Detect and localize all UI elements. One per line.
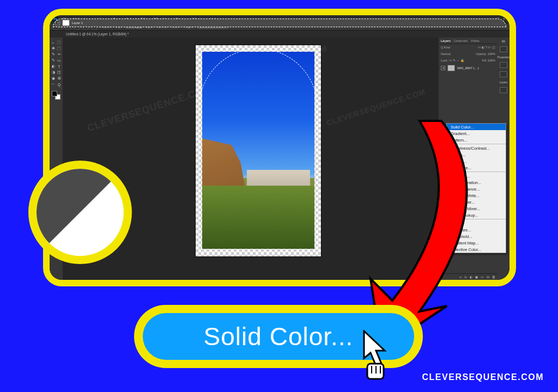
visibility-toggle-icon[interactable]: 👁 [56,21,60,25]
properties-panel-icon[interactable] [500,46,507,52]
fill-label: Fill: [482,59,487,62]
move-tool-icon[interactable]: ↔ [51,40,56,45]
menu-item-selective-color[interactable]: Selective Color... [447,246,506,253]
tab-paths[interactable]: Paths [471,39,479,42]
frame-tool-icon[interactable]: ✂ [57,52,62,57]
menu-item-exposure[interactable]: Exposure... [447,164,506,171]
link-layers-icon[interactable]: ∞ [459,275,462,279]
panel-icon[interactable]: 85 [502,40,506,43]
fill-layer-context-menu: Solid Color... Gradient... Pattern... Br… [446,123,506,253]
delete-layer-icon[interactable]: 🗑 [492,275,495,279]
layers-panel-footer: ∞ fx ◐ ◼ ▭ ⊞ 🗑 [439,273,498,280]
crop-tool-icon[interactable]: ✎ [51,52,56,57]
foreground-color-icon[interactable] [52,91,57,96]
type-tool-icon[interactable]: T [57,64,62,69]
menu-item-pattern[interactable]: Pattern... [447,137,506,143]
layer-name[interactable]: Layer 1 [72,21,83,24]
layer-name[interactable]: IMG_6947 (…) [457,66,479,70]
menu-separator [447,144,506,144]
eyedropper-tool-icon[interactable]: ✎ [51,58,56,63]
marquee-tool-icon[interactable]: ✥ [51,46,56,51]
menu-item-threshold[interactable]: Threshold... [447,233,506,240]
menu-item-brightness[interactable]: Brightness/Contrast... [447,145,506,151]
fill-value[interactable]: 100% [488,59,495,62]
menu-item-curves[interactable]: Curves... [447,158,506,164]
watermark: CLEVERSEQUENCE.COM [325,87,427,127]
quickmask-tool-icon[interactable]: Q [57,82,62,87]
menu-item-solid-color[interactable]: Solid Color... [447,124,506,130]
layer-filter[interactable]: Q Kind [441,46,450,49]
layer-thumbnail[interactable] [62,20,70,26]
channels-panel-icon[interactable] [500,87,507,93]
document-artboard[interactable] [196,45,321,256]
watermark: CLEVERSEQUENCE.COM [86,83,214,134]
layer-mask-icon[interactable]: ◐ [470,275,472,279]
menu-item-color-lookup[interactable]: Color Lookup... [447,212,506,218]
close-button[interactable]: × [503,17,505,21]
layers-panel-icon[interactable] [500,71,507,77]
pill-text: Solid Color... [204,322,354,351]
menu-item-color-balance[interactable]: Color Balance... [447,186,506,192]
marching-ants-selection [199,48,318,252]
layer-row[interactable]: 👁 Layer 1 [53,19,506,27]
pen-tool-icon[interactable]: ◑ [51,70,56,75]
layer-fx-icon[interactable]: fx [464,275,467,279]
lasso-tool-icon[interactable]: ⬚ [57,46,62,51]
menu-item-gradient[interactable]: Gradient... [447,130,506,137]
brush-tool-icon[interactable]: ▭ [57,58,62,63]
menu-item-photo-filter[interactable]: Photo Filter... [447,199,506,205]
layer-thumbnail[interactable] [447,65,455,71]
menu-item-gradient-map[interactable]: Gradient Map... [447,240,506,246]
opacity-label: Opacity: [476,52,487,56]
layer-row[interactable]: 👁 IMG_6947 (…) [439,64,498,72]
lock-label: Lock: [441,59,448,62]
document-tab[interactable]: Untitled-1 @ 64.1% (Layer 1, RGB/8#) * [50,30,510,38]
adjustment-layer-badge-icon [37,169,124,256]
clone-tool-icon[interactable]: ◐ [51,64,56,69]
group-icon[interactable]: ▭ [481,275,484,279]
menu-separator [447,171,506,172]
menu-item-hue[interactable]: Hue/Saturation... [447,179,506,186]
label-pill-inner: Solid Color... [143,313,414,360]
menu-item-invert[interactable]: Invert [447,220,506,226]
menu-item-posterize[interactable]: Posterize... [447,226,506,233]
opacity-value[interactable]: 100% [488,52,495,56]
artboard-tool-icon[interactable]: ⬚ [57,40,62,45]
menu-separator [447,219,506,219]
menu-item-vibrance[interactable]: Vibrance... [447,173,506,179]
label-pill: Solid Color... [134,305,423,368]
hand-tool-icon[interactable]: ◉ [51,76,56,81]
color-swatches[interactable] [52,91,60,100]
adjustments-panel-icon[interactable] [500,62,507,68]
tab-layers[interactable]: Layers [441,39,451,42]
adjustment-layer-icon[interactable]: ◼ [475,275,478,279]
circle-callout [28,161,132,264]
menu-item-bw[interactable]: Black & White... [447,192,506,199]
properties-label: Properties [498,56,510,59]
blend-mode-dropdown[interactable]: Normal [441,52,451,56]
tab-channels[interactable]: Channels [454,39,468,42]
zoom-tool-icon[interactable]: ⊞ [57,76,62,81]
visibility-toggle-icon[interactable]: 👁 [441,66,445,70]
menu-item-levels[interactable]: Levels... [447,151,506,158]
new-layer-icon[interactable]: ⊞ [487,275,489,279]
menu-item-channel-mixer[interactable]: Channel Mixer... [447,205,506,212]
layers-label: Layers [499,81,507,84]
shape-tool-icon[interactable]: ◫ [57,70,62,75]
layer-filter-icons[interactable]: ▭ ◐ T ▭ ◫ [478,46,495,49]
edit-toolbar-icon[interactable]: ⋯ [51,82,56,87]
credit-text: CLEVERSEQUENCE.COM [422,372,544,382]
